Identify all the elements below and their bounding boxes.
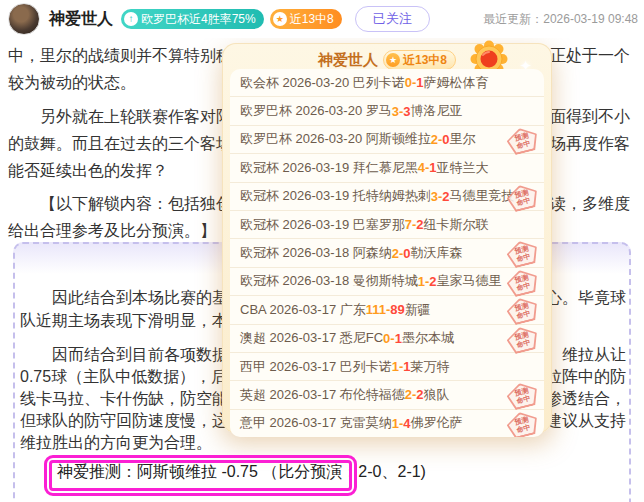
record-badge-label: 近13中8 bbox=[290, 11, 334, 28]
match-list: 欧会杯 2026-03-20 巴列卡诺0 - 1萨姆松体育欧罗巴杯 2026-0… bbox=[230, 69, 544, 437]
username: 神爱世人 bbox=[49, 9, 113, 30]
away-team: 佛罗伦萨 bbox=[411, 414, 463, 432]
popup-record-badge: ★ 近13中8 bbox=[383, 50, 456, 70]
streak-badge-label: 欧罗巴杯近4胜率75% bbox=[141, 11, 256, 28]
away-score: 2 bbox=[416, 387, 423, 402]
match-row: 欧冠杯 2026-03-19 托特纳姆热刺3 - 2马德里竞技预测命中 bbox=[230, 183, 544, 211]
away-team: 皇家马德里 bbox=[437, 272, 502, 290]
article-line-right: 维拉从让 bbox=[562, 345, 626, 366]
record-badge: ★ 近13中8 bbox=[270, 9, 342, 29]
match-info: 欧罗巴杯 2026-03-20 罗马 bbox=[240, 102, 392, 120]
article-line-left: 较为被动的状态。 bbox=[8, 73, 136, 94]
match-row: 意甲 2026-03-17 克雷莫纳1 - 4佛罗伦萨预测命中 bbox=[230, 410, 544, 437]
streak-badge: ↑ 欧罗巴杯近4胜率75% bbox=[121, 9, 264, 29]
prediction-popup: 神爱世人 ★ 近13中8 ✦ 欧会杯 2026-03 bbox=[222, 43, 552, 433]
match-info: 英超 2026-03-17 布伦特福德 bbox=[240, 386, 405, 404]
match-info: 欧冠杯 2026-03-19 托特纳姆热刺 bbox=[240, 187, 431, 205]
away-score: 1 bbox=[429, 160, 436, 175]
article-line-right: 心。毕竟球 bbox=[546, 288, 626, 309]
match-row: 英超 2026-03-17 布伦特福德2 - 2狼队预测命中 bbox=[230, 381, 544, 409]
home-score: 2 bbox=[405, 387, 412, 402]
match-row: 欧冠杯 2026-03-18 曼彻斯特城1 - 2皇家马德里预测命中 bbox=[230, 268, 544, 296]
up-arrow-icon: ↑ bbox=[124, 12, 138, 26]
prediction-highlight-box bbox=[49, 460, 352, 491]
away-score: 1 bbox=[403, 359, 410, 374]
star-icon: ★ bbox=[386, 53, 400, 67]
away-team: 马德里竞技 bbox=[450, 187, 515, 205]
match-row: 欧罗巴杯 2026-03-20 罗马3 - 3博洛尼亚 bbox=[230, 97, 544, 125]
home-score: 1 bbox=[418, 274, 425, 289]
article-line-right: 渗透结合， bbox=[546, 389, 626, 410]
away-score: 1 bbox=[416, 75, 423, 90]
article-line-left: 维拉胜出的方向更为合理。 bbox=[20, 433, 212, 454]
star-icon: ★ bbox=[273, 12, 287, 26]
home-score: 0 bbox=[405, 75, 412, 90]
home-score: 3 bbox=[392, 104, 399, 119]
match-info: 澳超 2026-03-17 悉尼FC bbox=[240, 329, 383, 347]
home-score: 1 bbox=[392, 359, 399, 374]
article-line-right: 正处于一个 bbox=[550, 46, 630, 67]
article-line-left: 给出合理参考及比分预演。】 bbox=[8, 221, 216, 242]
match-row: 欧冠杯 2026-03-19 拜仁慕尼黑4 - 1亚特兰大 bbox=[230, 154, 544, 182]
home-score: 111 bbox=[366, 302, 386, 317]
away-team: 新疆 bbox=[405, 301, 431, 319]
away-score: 2 bbox=[429, 274, 436, 289]
home-score: 4 bbox=[418, 160, 425, 175]
away-team: 萨姆松体育 bbox=[424, 74, 489, 92]
away-team: 纽卡斯尔联 bbox=[424, 216, 489, 234]
away-score: 3 bbox=[403, 104, 410, 119]
match-info: 西甲 2026-03-17 巴列卡诺 bbox=[240, 358, 392, 376]
match-info: 欧冠杯 2026-03-19 巴塞罗那 bbox=[240, 216, 405, 234]
article-line-right: 拉阵中的防 bbox=[546, 367, 626, 388]
home-score: 7 bbox=[405, 217, 412, 232]
away-team: 里尔 bbox=[450, 130, 476, 148]
follow-button[interactable]: 已关注 bbox=[355, 6, 430, 32]
match-info: CBA 2026-03-17 广东 bbox=[240, 301, 366, 319]
away-score: 0 bbox=[442, 132, 449, 147]
article-line-left: 能否延续出色的发挥？ bbox=[8, 161, 168, 182]
popup-title: 神爱世人 bbox=[318, 51, 378, 70]
away-team: 勒沃库森 bbox=[411, 244, 463, 262]
away-score: 0 bbox=[403, 246, 410, 261]
hit-stamp-icon: 预测命中 bbox=[504, 124, 540, 156]
match-info: 欧冠杯 2026-03-18 曼彻斯特城 bbox=[240, 272, 418, 290]
hit-stamp-icon: 预测命中 bbox=[504, 295, 540, 327]
away-team: 墨尔本城 bbox=[402, 329, 454, 347]
hit-stamp-icon: 预测命中 bbox=[504, 266, 540, 298]
hit-stamp-icon: 预测命中 bbox=[504, 408, 540, 437]
avatar[interactable] bbox=[8, 3, 40, 35]
last-updated: 最近更新：2026-03-19 09:48 bbox=[483, 11, 638, 28]
page: 而在近期的欧罗巴杯赛场上两支球队各自的竞技状态同样值得重点关注尤其在赛程密集中，… bbox=[0, 0, 644, 502]
home-score: 2 bbox=[431, 132, 438, 147]
match-row: 欧冠杯 2026-03-18 阿森纳2 - 0勒沃库森预测命中 bbox=[230, 239, 544, 267]
away-score: 4 bbox=[403, 416, 410, 431]
home-score: 2 bbox=[392, 246, 399, 261]
hit-stamp-icon: 预测命中 bbox=[504, 238, 540, 270]
match-info: 欧冠杯 2026-03-19 拜仁慕尼黑 bbox=[240, 159, 418, 177]
popup-record-badge-label: 近13中8 bbox=[403, 52, 447, 69]
away-score: 89 bbox=[390, 302, 404, 317]
match-info: 意甲 2026-03-17 克雷莫纳 bbox=[240, 414, 392, 432]
away-score: 2 bbox=[442, 189, 449, 204]
hit-stamp-icon: 预测命中 bbox=[504, 323, 540, 355]
match-row: 欧冠杯 2026-03-19 巴塞罗那7 - 2纽卡斯尔联 bbox=[230, 211, 544, 239]
away-team: 莱万特 bbox=[411, 358, 450, 376]
article-line-right: 建议从支持 bbox=[546, 411, 626, 432]
away-score: 2 bbox=[416, 217, 423, 232]
home-score: 3 bbox=[431, 189, 438, 204]
hit-stamp-icon: 预测命中 bbox=[504, 181, 540, 213]
home-score: 0 bbox=[383, 331, 390, 346]
match-row: 欧会杯 2026-03-20 巴列卡诺0 - 1萨姆松体育 bbox=[230, 69, 544, 97]
header-bar: 神爱世人 ↑ 欧罗巴杯近4胜率75% ★ 近13中8 已关注 最近更新：2026… bbox=[0, 0, 644, 38]
match-info: 欧罗巴杯 2026-03-20 阿斯顿维拉 bbox=[240, 130, 431, 148]
match-info: 欧冠杯 2026-03-18 阿森纳 bbox=[240, 244, 392, 262]
article-line-right: 读，多维度 bbox=[550, 194, 630, 215]
article-line-right: 面得到不小 bbox=[550, 107, 630, 128]
match-row: CBA 2026-03-17 广东111 - 89新疆预测命中 bbox=[230, 296, 544, 324]
match-row: 欧罗巴杯 2026-03-20 阿斯顿维拉2 - 0里尔预测命中 bbox=[230, 126, 544, 154]
away-team: 狼队 bbox=[424, 386, 450, 404]
match-row: 澳超 2026-03-17 悉尼FC0 - 1墨尔本城预测命中 bbox=[230, 325, 544, 353]
hit-stamp-icon: 预测命中 bbox=[504, 380, 540, 412]
away-team: 博洛尼亚 bbox=[411, 102, 463, 120]
home-score: 1 bbox=[392, 416, 399, 431]
